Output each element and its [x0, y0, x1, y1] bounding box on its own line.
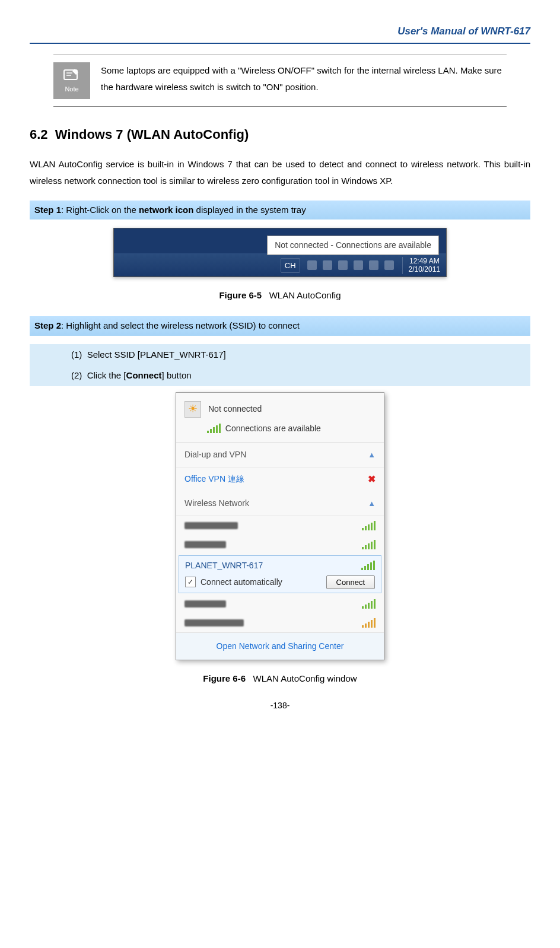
figure-6-5-wrap: Not connected - Connections are availabl… [30, 228, 530, 277]
figure-6-5-label: Figure 6-5 [219, 290, 262, 300]
section-intro: WLAN AutoConfig service is built-in in W… [30, 156, 530, 190]
redacted-ssid [184, 541, 226, 548]
figure-6-5-caption: Figure 6-5 WLAN AutoConfig [30, 289, 530, 303]
auto-connect-checkbox[interactable]: ✓ [185, 577, 196, 587]
section-heading: 6.2 Windows 7 (WLAN AutoConfig) [30, 125, 530, 144]
sound-icon [384, 260, 394, 270]
step-2-sub-1: (1) Select SSID [PLANET_WNRT-617] [30, 344, 530, 365]
wifi-item-1[interactable] [176, 516, 384, 535]
step-1-label: Step 1 [34, 205, 61, 215]
connect-button[interactable]: Connect [326, 575, 375, 589]
note-label: Note [65, 84, 78, 94]
figure-6-6-text: WLAN AutoConfig window [253, 673, 357, 683]
taskbar: CH 12:49 AM 2/10/2011 [114, 253, 446, 276]
signal-icon [207, 424, 221, 433]
sub2-prefix: Click the [ [87, 370, 126, 380]
close-icon: ✖ [368, 472, 376, 486]
wifi-item-4[interactable] [176, 613, 384, 632]
step-2-text: : Highlight and select the wireless netw… [61, 320, 300, 330]
step-2-sub-2: (2) Click the [Connect] button [30, 365, 530, 386]
figure-6-6-wrap: ☀ Not connected Connections are availabl… [30, 392, 530, 660]
note-text: Some laptops are equipped with a "Wirele… [101, 62, 507, 96]
netwin-not-connected: Not connected [208, 403, 262, 415]
help-icon [323, 260, 332, 270]
signal-icon [362, 540, 376, 549]
tray-date: 2/10/2011 [409, 265, 440, 273]
tray-icons [307, 260, 394, 270]
figure-6-5-text: WLAN AutoConfig [269, 290, 341, 300]
netwin-status-row: ☀ Not connected [176, 393, 384, 420]
note-icon: Note [53, 62, 90, 99]
note-block: Note Some laptops are equipped with a "W… [53, 55, 507, 107]
step-1-bar: Step 1: Right-Click on the network icon … [30, 201, 530, 220]
wifi-item-2[interactable] [176, 535, 384, 554]
tray-tooltip: Not connected - Connections are availabl… [267, 236, 439, 255]
tray-icon-generic [307, 260, 317, 270]
section-title: Windows 7 (WLAN AutoConfig) [55, 127, 249, 142]
vpn-label: Office VPN 連線 [184, 473, 244, 485]
wifi-item-selected[interactable]: PLANET_WNRT-617 ✓ Connect automatically … [179, 555, 381, 593]
tray-clock: 12:49 AM 2/10/2011 [402, 257, 446, 274]
chevron-up-icon: ▲ [368, 498, 376, 510]
network-status-icon: ☀ [184, 401, 201, 418]
network-flyout: ☀ Not connected Connections are availabl… [176, 392, 384, 660]
dialup-label: Dial-up and VPN [184, 448, 246, 461]
section-number: 6.2 [30, 127, 48, 142]
chevron-up-icon [338, 260, 348, 270]
signal-icon-shield [362, 618, 376, 628]
redacted-ssid [184, 619, 244, 626]
sub2-bold: Connect [126, 370, 162, 380]
step-1-suffix: displayed in the system tray [193, 205, 306, 215]
system-tray-screenshot: Not connected - Connections are availabl… [113, 228, 447, 277]
page-number: -138- [30, 699, 530, 712]
ime-indicator: CH [281, 258, 300, 273]
wireless-section-header: Wireless Network ▲ [176, 491, 384, 516]
netwin-available-row: Connections are available [176, 420, 384, 443]
step-1-bold: network icon [139, 205, 194, 215]
chevron-up-icon: ▲ [368, 449, 376, 461]
figure-6-6-label: Figure 6-6 [203, 673, 246, 683]
wifi-item-3[interactable] [176, 594, 384, 613]
network-icon [369, 260, 378, 270]
auto-connect-label: Connect automatically [201, 576, 282, 588]
redacted-ssid [184, 522, 238, 529]
sub1-text: Select SSID [PLANET_WNRT-617] [87, 349, 226, 360]
redacted-ssid [184, 600, 226, 607]
signal-icon [362, 521, 376, 530]
sub1-num: (1) [71, 349, 82, 360]
page-header-title: User's Manual of WNRT-617 [30, 24, 530, 39]
netwin-available-text: Connections are available [225, 422, 321, 435]
step-1-prefix: : Right-Click on the [61, 205, 139, 215]
sub2-suffix: ] button [162, 370, 192, 380]
dialup-section-header: Dial-up and VPN ▲ [176, 443, 384, 467]
figure-6-6-caption: Figure 6-6 WLAN AutoConfig window [30, 672, 530, 686]
selected-ssid-label: PLANET_WNRT-617 [185, 559, 263, 572]
tray-time: 12:49 AM [409, 257, 440, 265]
sub2-num: (2) [71, 370, 82, 380]
vpn-item[interactable]: Office VPN 連線 ✖ [176, 467, 384, 491]
step-2-bar: Step 2: Highlight and select the wireles… [30, 316, 530, 336]
open-network-center-link[interactable]: Open Network and Sharing Center [176, 632, 384, 660]
wireless-label: Wireless Network [184, 497, 249, 510]
flag-icon [354, 260, 363, 270]
step-2-label: Step 2 [34, 320, 61, 330]
signal-icon [361, 561, 375, 570]
signal-icon [362, 599, 376, 609]
header-rule [30, 43, 530, 44]
